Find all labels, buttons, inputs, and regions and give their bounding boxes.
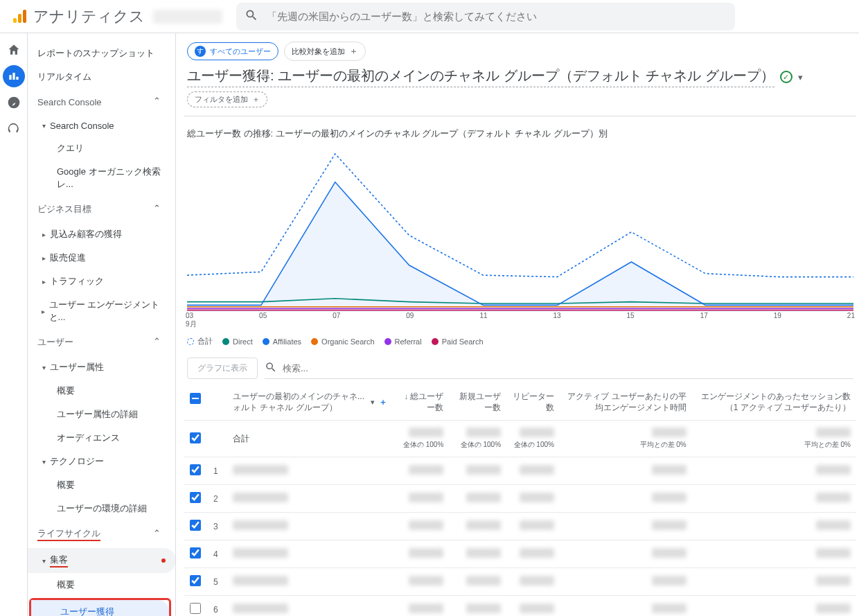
row-checkbox[interactable] [190, 603, 201, 614]
legend-item[interactable]: Referral [384, 336, 422, 346]
sidebar-section-lifecycle[interactable]: ライフサイクル⌃ [28, 520, 175, 548]
row-checkbox[interactable] [190, 547, 201, 558]
global-search[interactable] [236, 3, 735, 30]
col-total-users[interactable]: ↓ 総ユーザー数 [393, 385, 449, 421]
sidebar-group-acquisition[interactable]: ▾集客 [28, 548, 175, 573]
app-name: アナリティクス [33, 6, 145, 27]
rail-ads-icon[interactable] [3, 118, 25, 140]
table-row[interactable]: 1 [184, 457, 856, 485]
col-returning[interactable]: リピーター数 [506, 385, 560, 421]
redacted-value [652, 576, 687, 586]
table-row[interactable]: 5 [184, 568, 856, 596]
col-engaged-sessions[interactable]: エンゲージメントのあったセッション数（1 アクティブ ユーザーあたり） [692, 385, 856, 421]
table-search[interactable] [265, 358, 853, 379]
redacted-value [520, 604, 554, 613]
line-chart [187, 146, 853, 312]
svg-marker-3 [187, 182, 853, 312]
redacted-value [409, 428, 443, 437]
sidebar-item-audience[interactable]: オーディエンス [28, 426, 175, 450]
legend-item[interactable]: Affiliates [263, 336, 301, 346]
show-in-chart-button[interactable]: グラフに表示 [187, 358, 258, 379]
chart-title: 総ユーザー数 の推移: ユーザーの最初のメインのチャネル グループ（デフォルト … [184, 127, 856, 146]
nav-rail [0, 33, 28, 616]
redacted-value [652, 465, 687, 475]
redacted-value [652, 493, 687, 502]
sidebar-item-tech-overview[interactable]: 概要 [28, 473, 175, 497]
sidebar-item-sales[interactable]: ▸販売促進 [28, 246, 175, 270]
row-checkbox[interactable] [190, 575, 201, 586]
redacted-value [520, 465, 554, 475]
redacted-value [409, 604, 443, 613]
dimension-header[interactable]: ユーザーの最初のメインのチャネ...ォルト チャネル グループ） [233, 391, 366, 413]
sidebar-item-leads[interactable]: ▸見込み顧客の獲得 [28, 222, 175, 246]
sidebar-item-engagement[interactable]: ▸ユーザー エンゲージメントと... [28, 293, 175, 329]
redacted-value [233, 493, 288, 502]
sidebar-section-user[interactable]: ユーザー⌃ [28, 329, 175, 355]
add-dimension-button[interactable]: ＋ [379, 397, 387, 408]
legend-item[interactable]: 合計 [187, 336, 213, 346]
row-checkbox[interactable] [190, 432, 201, 443]
status-ok-icon[interactable]: ✓ [780, 71, 792, 83]
legend-item[interactable]: Organic Search [311, 336, 374, 346]
sidebar-group-user-attr[interactable]: ▾ユーザー属性 [28, 355, 175, 379]
redacted-value [520, 493, 554, 502]
chip-all-users[interactable]: す すべてのユーザー [187, 42, 278, 60]
sidebar-item-queries[interactable]: クエリ [28, 137, 175, 160]
row-checkbox[interactable] [190, 464, 201, 475]
sidebar-group-search-console[interactable]: ▾Search Console [28, 115, 175, 137]
search-icon [245, 8, 258, 24]
top-bar: アナリティクス [0, 0, 859, 33]
rail-reports-icon[interactable] [3, 65, 25, 87]
ga-logo-icon [11, 8, 28, 25]
sidebar-item-traffic[interactable]: ▸トラフィック [28, 270, 175, 293]
sidebar-item-organic[interactable]: Google オーガニック検索レ... [28, 160, 175, 196]
sidebar-section-business[interactable]: ビジネス目標⌃ [28, 196, 175, 222]
rail-explore-icon[interactable] [3, 91, 25, 114]
redacted-value [233, 465, 288, 475]
sidebar-item-user-overview[interactable]: 概要 [28, 379, 175, 403]
sidebar-snapshot[interactable]: レポートのスナップショット [28, 42, 175, 65]
redacted-value [816, 520, 851, 530]
chart-legend: 合計DirectAffiliatesOrganic SearchReferral… [184, 329, 856, 358]
search-icon [265, 361, 277, 376]
col-new-users[interactable]: 新規ユーザー数 [449, 385, 506, 421]
alert-dot-icon [161, 558, 166, 563]
table-row[interactable]: 2 [184, 485, 856, 513]
table-row[interactable]: 3 [184, 513, 856, 540]
redacted-value [520, 576, 554, 586]
sidebar-item-user-acquisition[interactable]: ユーザー獲得 [31, 600, 169, 616]
table-search-input[interactable] [283, 363, 853, 373]
data-table: ユーザーの最初のメインのチャネ...ォルト チャネル グループ） ▾ ＋ ↓ 総… [184, 385, 856, 616]
redacted-value [466, 428, 501, 437]
col-avg-engagement[interactable]: アクティブ ユーザーあたりの平均エンゲージメント時間 [560, 385, 692, 421]
legend-item[interactable]: Paid Search [432, 336, 484, 346]
checkbox-indeterminate[interactable] [190, 393, 201, 404]
table-row[interactable]: 4 [184, 540, 856, 568]
sidebar-group-tech[interactable]: ▾テクノロジー [28, 450, 175, 473]
add-filter-chip[interactable]: フィルタを追加＋ [187, 91, 267, 107]
table-row[interactable]: 6 [184, 596, 856, 616]
redacted-value [652, 520, 687, 530]
redacted-value [233, 576, 288, 586]
chevron-down-icon[interactable]: ▾ [798, 72, 803, 82]
row-checkbox[interactable] [190, 492, 201, 503]
row-checkbox[interactable] [190, 520, 201, 531]
sidebar-item-tech-details[interactable]: ユーザーの環境の詳細 [28, 497, 175, 520]
sidebar-item-user-details[interactable]: ユーザー属性の詳細 [28, 403, 175, 426]
sidebar-realtime[interactable]: リアルタイム [28, 65, 175, 89]
sidebar-section-search-console[interactable]: Search Console ⌃ [28, 89, 175, 115]
sidebar-item-acq-overview[interactable]: 概要 [28, 573, 175, 597]
redacted-value [652, 548, 687, 558]
rail-home-icon[interactable] [3, 39, 25, 61]
legend-item[interactable]: Direct [222, 336, 253, 346]
redacted-value [816, 548, 851, 558]
chevron-down-icon[interactable]: ▾ [371, 397, 375, 407]
global-search-input[interactable] [267, 10, 727, 22]
redacted-value [409, 465, 443, 475]
annotation-highlight: ユーザー獲得 [29, 598, 171, 616]
chevron-up-icon: ⌃ [153, 96, 166, 108]
chart-x-month: 9月 [184, 319, 856, 329]
svg-rect-1 [18, 14, 21, 23]
chip-add-comparison[interactable]: 比較対象を追加＋ [284, 42, 366, 61]
redacted-value [466, 604, 501, 613]
